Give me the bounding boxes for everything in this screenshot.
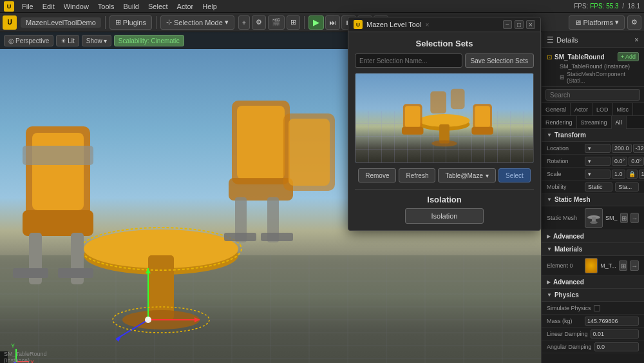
add-component-button[interactable]: + Add bbox=[618, 52, 639, 61]
add-icon: + bbox=[242, 19, 246, 26]
scale-label: Scale bbox=[547, 171, 582, 177]
menu-build[interactable]: Build bbox=[120, 1, 143, 12]
toolbar-divider-1 bbox=[105, 16, 106, 29]
platforms-button[interactable]: 🖥 Platforms ▾ bbox=[569, 15, 625, 30]
details-search bbox=[542, 87, 644, 103]
location-label: Location bbox=[547, 145, 582, 152]
plugins-button[interactable]: ⊞ Plugins bbox=[109, 15, 152, 30]
advanced-section-header-2[interactable]: ▶ Advanced bbox=[542, 276, 644, 289]
menu-bar-right: FPS: FPS: 55.3 / 18.1 bbox=[574, 3, 640, 10]
remove-button[interactable]: Remove bbox=[358, 168, 396, 182]
menu-select[interactable]: Select bbox=[144, 1, 172, 12]
menu-help[interactable]: Help bbox=[198, 1, 221, 12]
element-0-label: Element 0 bbox=[547, 262, 582, 269]
perspective-button[interactable]: ◎ Perspective bbox=[4, 35, 53, 46]
isolation-button[interactable]: Isolation bbox=[405, 208, 484, 224]
details-close-button[interactable]: × bbox=[634, 35, 639, 44]
rotation-y-value[interactable]: 0.0° bbox=[629, 157, 644, 166]
menu-edit[interactable]: Edit bbox=[39, 1, 59, 12]
selection-name-input[interactable] bbox=[355, 54, 462, 68]
mesh-go-button[interactable]: → bbox=[630, 213, 639, 223]
mass-row: Mass (kg) 145.769806 bbox=[542, 315, 644, 328]
rotation-x-value[interactable]: 0.0° bbox=[612, 157, 627, 166]
tab-actor[interactable]: Actor bbox=[571, 103, 592, 116]
dialog-close-button[interactable]: × bbox=[526, 20, 535, 29]
toolbar-divider-3 bbox=[304, 16, 305, 29]
play-button[interactable]: ▶ bbox=[308, 15, 324, 30]
table-dropdown-button[interactable]: Table@Maze ▾ bbox=[438, 168, 496, 182]
lit-icon: ☀ bbox=[61, 37, 66, 44]
location-x-value[interactable]: 200.0 bbox=[612, 144, 632, 153]
tab-misc[interactable]: Misc bbox=[613, 103, 634, 116]
tab-general[interactable]: General bbox=[542, 103, 571, 116]
static-mesh-section-header[interactable]: ▼ Static Mesh bbox=[542, 193, 644, 206]
refresh-button[interactable]: Refresh bbox=[399, 168, 435, 182]
location-y-value[interactable]: -320 bbox=[633, 144, 644, 153]
dropdown-arrow-icon: ▾ bbox=[225, 18, 229, 26]
isolation-section: Isolation Isolation bbox=[355, 189, 534, 224]
dialog-logo: U bbox=[354, 20, 363, 29]
dialog-maximize-button[interactable]: □ bbox=[515, 20, 524, 29]
toolbar-btn-4[interactable]: ⊞ bbox=[287, 15, 300, 30]
mesh-component-icon: ⊞ bbox=[560, 74, 565, 81]
svg-rect-32 bbox=[13, 268, 48, 278]
tab-lod[interactable]: LOD bbox=[592, 103, 613, 116]
scale-lock-icon[interactable]: 🔒 bbox=[627, 170, 638, 179]
scalability-badge[interactable]: Scalability: Cinematic bbox=[114, 35, 184, 46]
menu-window[interactable]: Window bbox=[60, 1, 93, 12]
rotation-dropdown[interactable]: ▾ bbox=[585, 157, 611, 166]
menu-actor[interactable]: Actor bbox=[173, 1, 198, 12]
scale-dropdown[interactable]: ▾ bbox=[585, 170, 611, 179]
tab-streaming[interactable]: Streaming bbox=[577, 116, 612, 129]
menu-file[interactable]: File bbox=[18, 1, 37, 12]
svg-rect-28 bbox=[32, 133, 84, 210]
lit-button[interactable]: ☀ Lit bbox=[56, 35, 79, 46]
advanced-label: Advanced bbox=[553, 233, 584, 240]
materials-section-header[interactable]: ▼ Materials bbox=[542, 243, 644, 256]
simulate-physics-row: Simulate Physics bbox=[542, 302, 644, 315]
status-text: SM_TableRound (Instance) bbox=[4, 351, 47, 363]
mobility-value[interactable]: Static bbox=[585, 182, 612, 191]
select-button[interactable]: Select bbox=[498, 168, 531, 182]
dialog-action-row: Remove Refresh Table@Maze ▾ Select bbox=[355, 168, 534, 182]
physics-section-header[interactable]: ▼ Physics bbox=[542, 289, 644, 302]
save-selection-sets-button[interactable]: Save Selection Sets bbox=[465, 54, 535, 68]
material-thumbnail bbox=[585, 258, 598, 273]
details-search-input[interactable] bbox=[545, 89, 640, 101]
simulate-physics-checkbox[interactable] bbox=[594, 305, 600, 311]
show-button[interactable]: Show ▾ bbox=[82, 35, 111, 46]
physics-arrow-icon: ▼ bbox=[547, 292, 552, 298]
menu-tools[interactable]: Tools bbox=[94, 1, 118, 12]
material-browse-button[interactable]: ⊞ bbox=[619, 260, 628, 271]
advanced-arrow-icon: ▶ bbox=[547, 233, 551, 239]
angular-damping-value[interactable]: 0.0 bbox=[594, 342, 639, 351]
materials-label: Materials bbox=[554, 246, 582, 253]
advanced-section-header[interactable]: ▶ Advanced bbox=[542, 230, 644, 243]
details-panel: ☰ Details × ⊡ SM_TableRound + Add SM_Tab… bbox=[541, 32, 644, 363]
toolbar-btn-2[interactable]: ⚙ bbox=[252, 15, 266, 30]
svg-text:Y: Y bbox=[11, 342, 15, 349]
scale-value-group: ▾ 1.0 🔒 1.0 bbox=[585, 170, 644, 179]
mass-value[interactable]: 145.769806 bbox=[585, 317, 639, 326]
dialog-title-text: Mazen Level Tool bbox=[366, 21, 421, 28]
transform-section-header[interactable]: ▼ Transform bbox=[542, 129, 644, 142]
svg-point-61 bbox=[431, 141, 457, 147]
tab-rendering[interactable]: Rendering bbox=[542, 116, 577, 129]
selection-input-row: Save Selection Sets bbox=[355, 54, 534, 68]
mesh-browse-button[interactable]: ⊞ bbox=[620, 213, 629, 223]
location-dropdown-label: ▾ bbox=[588, 145, 591, 152]
settings-gear-button[interactable]: ⚙ bbox=[627, 15, 641, 30]
skip-forward-button[interactable]: ⏭ bbox=[325, 15, 340, 30]
toolbar-btn-3[interactable]: 🎬 bbox=[268, 15, 285, 30]
scale-y-value[interactable]: 1.0 bbox=[639, 170, 644, 179]
details-header-left: ☰ Details bbox=[547, 35, 578, 44]
tab-all[interactable]: All bbox=[612, 116, 627, 129]
mobility-value2[interactable]: Sta... bbox=[615, 182, 639, 191]
material-go-button[interactable]: → bbox=[630, 260, 639, 271]
location-dropdown[interactable]: ▾ bbox=[585, 144, 611, 153]
scale-x-value[interactable]: 1.0 bbox=[612, 170, 625, 179]
dialog-minimize-button[interactable]: − bbox=[503, 20, 512, 29]
selection-mode-button[interactable]: ⊹ Selection Mode ▾ bbox=[160, 15, 234, 30]
linear-damping-value[interactable]: 0.01 bbox=[591, 329, 639, 338]
toolbar-btn-1[interactable]: + bbox=[238, 15, 250, 30]
